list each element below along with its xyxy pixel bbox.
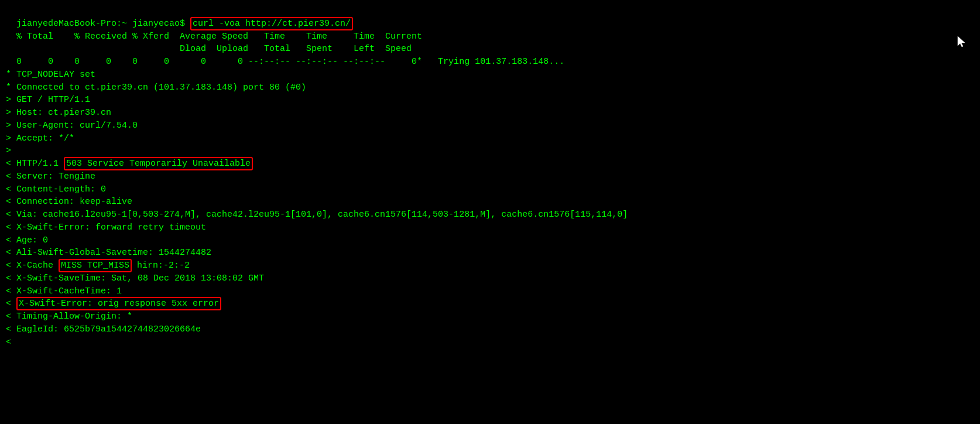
prompt-text: jianyedeMacBook-Pro:~ jianyecao$ bbox=[16, 19, 190, 29]
line-swift-error-2: < X-Swift-Error: orig response 5xx error bbox=[6, 297, 221, 310]
line-connected: * Connected to ct.pier39.cn (101.37.183.… bbox=[6, 83, 306, 93]
line-timing: < Timing-Allow-Origin: * bbox=[6, 312, 132, 322]
line-xcache: < X-Cache MISS TCP_MISS hirn:-2:-2 bbox=[6, 259, 190, 272]
swift-error-highlight: X-Swift-Error: orig response 5xx error bbox=[16, 297, 221, 310]
command-highlight: curl -voa http://ct.pier39.cn/ bbox=[190, 17, 353, 30]
line-final-lt: < bbox=[6, 337, 11, 347]
line-progress-data: 0 0 0 0 0 0 0 0 --:--:-- --:--:-- --:--:… bbox=[6, 57, 564, 67]
line-connection: < Connection: keep-alive bbox=[6, 197, 132, 207]
line-host: > Host: ct.pier39.cn bbox=[6, 108, 111, 118]
line-age: < Age: 0 bbox=[6, 235, 48, 245]
line-tcp-nodelay: * TCP_NODELAY set bbox=[6, 70, 95, 80]
line-http-status: < HTTP/1.1 503 Service Temporarily Unava… bbox=[6, 157, 253, 170]
line-get: > GET / HTTP/1.1 bbox=[6, 95, 90, 105]
line-swift-cachetime: < X-Swift-CacheTime: 1 bbox=[6, 286, 122, 296]
line-swift-savetime: < X-Swift-SaveTime: Sat, 08 Dec 2018 13:… bbox=[6, 273, 264, 283]
line-content-length: < Content-Length: 0 bbox=[6, 184, 106, 194]
line-eagleid: < EagleId: 6525b79a15442744823026664e bbox=[6, 324, 201, 334]
line-empty-gt: > bbox=[6, 146, 11, 156]
line-user-agent: > User-Agent: curl/7.54.0 bbox=[6, 121, 138, 131]
mouse-cursor bbox=[957, 35, 968, 52]
line-progress-header1: % Total % Received % Xferd Average Speed… bbox=[6, 32, 422, 42]
line-swift-error-1: < X-Swift-Error: forward retry timeout bbox=[6, 223, 206, 232]
status-503-highlight: 503 Service Temporarily Unavailable bbox=[64, 157, 253, 170]
xcache-highlight: MISS TCP_MISS bbox=[59, 259, 132, 272]
line-accept: > Accept: */* bbox=[6, 134, 74, 143]
line-via: < Via: cache16.l2eu95-1[0,503-274,M], ca… bbox=[6, 210, 628, 220]
terminal-window: jianyedeMacBook-Pro:~ jianyecao$ curl -v… bbox=[6, 5, 974, 348]
line-savetime: < Ali-Swift-Global-Savetime: 1544274482 bbox=[6, 248, 211, 258]
line-progress-header2: Dload Upload Total Spent Left Speed bbox=[6, 44, 412, 54]
line-server: < Server: Tengine bbox=[6, 172, 95, 182]
